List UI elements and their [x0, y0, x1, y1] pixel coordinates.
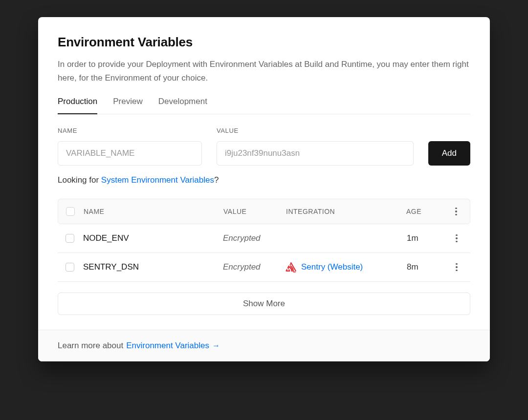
learn-more-link[interactable]: Environment Variables	[126, 341, 209, 351]
field-name: NAME	[58, 127, 202, 166]
table-row: NODE_ENV Encrypted 1m	[58, 224, 470, 253]
tab-preview[interactable]: Preview	[113, 97, 142, 114]
th-value: VALUE	[223, 208, 286, 215]
footer-prefix: Learn more about	[58, 341, 123, 351]
name-input[interactable]	[58, 141, 202, 166]
system-vars-hint: Looking for System Environment Variables…	[58, 175, 470, 185]
th-integration: INTEGRATION	[286, 208, 406, 215]
name-label: NAME	[58, 127, 202, 134]
th-name: NAME	[84, 208, 223, 215]
field-value: VALUE	[217, 127, 414, 166]
table-row: SENTRY_DSN Encrypted Sentry (Website) 8m	[58, 253, 470, 282]
var-integration: Sentry (Website)	[286, 262, 407, 273]
var-name: SENTRY_DSN	[83, 262, 223, 272]
tab-development[interactable]: Development	[158, 97, 207, 114]
integration-link[interactable]: Sentry (Website)	[301, 262, 363, 272]
variables-table: NAME VALUE INTEGRATION AGE NODE_ENV Encr…	[58, 199, 470, 315]
show-more-button[interactable]: Show More	[58, 293, 470, 315]
row-more-icon[interactable]	[451, 233, 462, 244]
env-variables-card: Environment Variables In order to provid…	[38, 17, 490, 361]
system-env-vars-link[interactable]: System Environment Variables	[101, 175, 214, 185]
environment-tabs: Production Preview Development	[58, 97, 470, 114]
arrow-right-icon: →	[212, 341, 220, 350]
hint-prefix: Looking for	[58, 175, 101, 185]
row-checkbox[interactable]	[66, 234, 74, 243]
th-age: AGE	[406, 208, 450, 215]
hint-suffix: ?	[214, 175, 219, 185]
var-value: Encrypted	[223, 262, 286, 272]
value-label: VALUE	[217, 127, 414, 134]
card-body: Environment Variables In order to provid…	[38, 17, 490, 330]
page-subtitle: In order to provide your Deployment with…	[58, 58, 470, 85]
page-title: Environment Variables	[58, 35, 470, 50]
var-name: NODE_ENV	[83, 233, 223, 243]
add-button[interactable]: Add	[428, 141, 470, 166]
select-all-checkbox[interactable]	[66, 207, 75, 216]
sentry-icon	[286, 262, 296, 273]
var-value: Encrypted	[223, 233, 286, 243]
row-more-icon[interactable]	[451, 262, 462, 273]
value-input[interactable]	[217, 141, 414, 166]
var-age: 8m	[407, 262, 451, 272]
add-variable-form: NAME VALUE Add	[58, 127, 470, 166]
tab-production[interactable]: Production	[58, 97, 97, 114]
row-checkbox[interactable]	[66, 263, 74, 272]
card-footer: Learn more about Environment Variables →	[38, 330, 490, 361]
var-age: 1m	[407, 233, 451, 243]
header-more-icon[interactable]	[451, 206, 462, 217]
table-header: NAME VALUE INTEGRATION AGE	[58, 199, 470, 224]
